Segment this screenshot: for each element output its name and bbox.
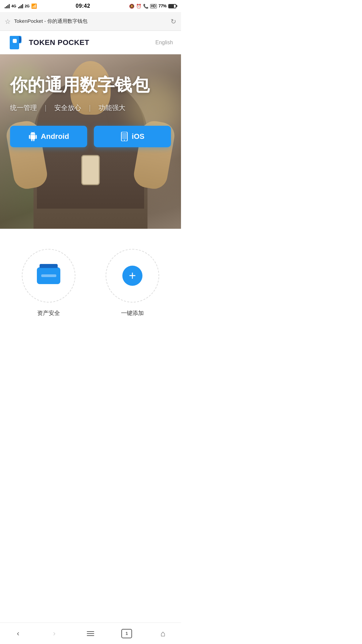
plus-icon: + bbox=[122, 266, 142, 286]
subtitle-divider-1: ｜ bbox=[42, 103, 49, 112]
held-phone bbox=[81, 155, 100, 185]
feature-circle-wallet bbox=[22, 249, 75, 303]
wifi-icon: 📶 bbox=[31, 3, 37, 9]
hero-title: 你的通用数字钱包 bbox=[10, 74, 171, 95]
subtitle-divider-2: ｜ bbox=[86, 103, 93, 112]
subtitle-item-3: 功能强大 bbox=[99, 103, 125, 112]
hero-content: 你的通用数字钱包 统一管理 ｜ 安全放心 ｜ 功能强大 Android bbox=[0, 54, 181, 147]
signal-bars-1 bbox=[5, 4, 10, 8]
wallet-icon bbox=[37, 267, 60, 284]
refresh-icon[interactable]: ↻ bbox=[171, 17, 176, 25]
bell-icon: 🔕 bbox=[129, 4, 134, 9]
language-button[interactable]: English bbox=[156, 40, 173, 46]
logo-text: TOKEN POCKET bbox=[29, 38, 89, 47]
signal-label-4g: 4G bbox=[11, 4, 16, 8]
android-button-label: Android bbox=[41, 132, 69, 141]
logo-icon bbox=[8, 34, 25, 51]
status-bar: 4G 2G 📶 09:42 🔕 ⏰ 📞 HD 77% bbox=[0, 0, 181, 12]
wallet-stripe bbox=[41, 274, 56, 277]
features-grid: 资产安全 + 一键添加 bbox=[13, 249, 168, 317]
battery-icon bbox=[168, 4, 176, 8]
battery-fill bbox=[169, 5, 174, 8]
signal-label-2g: 2G bbox=[25, 4, 30, 8]
system-icons: 🔕 ⏰ 📞 HD 77% bbox=[129, 4, 176, 9]
battery-percent: 77% bbox=[159, 4, 167, 8]
clock: 09:42 bbox=[76, 3, 90, 9]
alarm-icon: ⏰ bbox=[136, 4, 141, 9]
hero-subtitle: 统一管理 ｜ 安全放心 ｜ 功能强大 bbox=[10, 103, 171, 112]
logo-area: TOKEN POCKET bbox=[8, 34, 89, 51]
signal-area: 4G 2G 📶 bbox=[5, 3, 37, 9]
call-icon: 📞 bbox=[143, 4, 148, 9]
android-download-button[interactable]: Android bbox=[10, 126, 87, 147]
site-header: TOKEN POCKET English bbox=[0, 31, 181, 54]
bookmark-icon[interactable]: ☆ bbox=[5, 17, 11, 25]
ios-download-button[interactable]: iOS bbox=[94, 126, 171, 147]
subtitle-item-2: 安全放心 bbox=[54, 103, 81, 112]
svg-rect-5 bbox=[13, 39, 17, 43]
feature-label-add: 一键添加 bbox=[121, 309, 144, 317]
ios-icon bbox=[120, 132, 128, 141]
feature-label-wallet: 资产安全 bbox=[37, 309, 60, 317]
hd-badge: HD bbox=[150, 4, 157, 8]
android-icon bbox=[28, 132, 38, 141]
feature-item-add: + 一键添加 bbox=[97, 249, 168, 317]
ios-button-label: iOS bbox=[132, 132, 144, 141]
feature-circle-add: + bbox=[106, 249, 159, 303]
feature-item-wallet: 资产安全 bbox=[13, 249, 84, 317]
subtitle-item-1: 统一管理 bbox=[10, 103, 37, 112]
browser-title: TokenPocket - 你的通用数字钱包 bbox=[14, 18, 167, 24]
hero-buttons: Android iOS bbox=[10, 126, 171, 147]
signal-bars-2 bbox=[18, 4, 23, 8]
svg-point-8 bbox=[124, 140, 125, 141]
features-section: 资产安全 + 一键添加 bbox=[0, 229, 181, 330]
hero-section: 你的通用数字钱包 统一管理 ｜ 安全放心 ｜ 功能强大 Android bbox=[0, 54, 181, 229]
svg-rect-7 bbox=[122, 133, 127, 139]
browser-bar: ☆ TokenPocket - 你的通用数字钱包 ↻ bbox=[0, 12, 181, 31]
